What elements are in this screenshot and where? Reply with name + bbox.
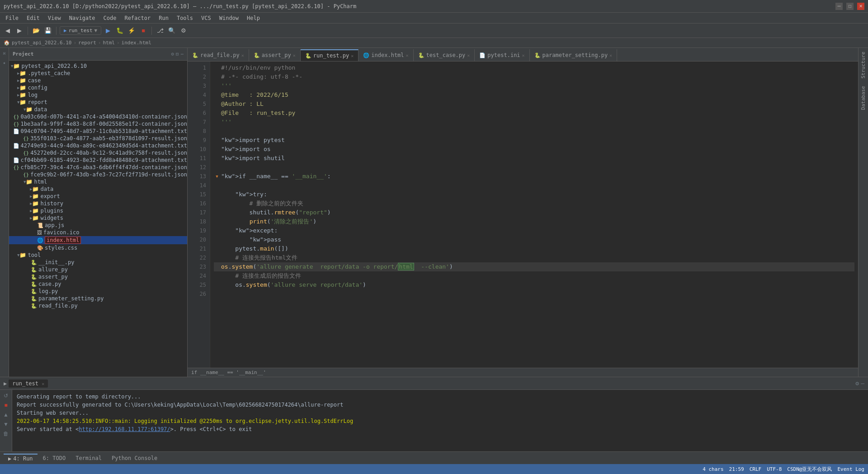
tree-file-fce9c9b2-06f7-43db-afe3-7c27cf2f719d-result-json[interactable]: {}fce9c9b2-06f7-43db-afe3-7c27cf2f719d-r… <box>9 171 187 178</box>
tree-file-read-file-py[interactable]: 🐍read_file.py <box>9 302 187 309</box>
menu-item-vcs[interactable]: VCS <box>198 14 215 22</box>
menu-item-help[interactable]: Help <box>243 14 264 22</box>
tab-close[interactable]: ✕ <box>609 53 612 58</box>
tree-file-log-py[interactable]: 🐍log.py <box>9 288 187 295</box>
menu-item-code[interactable]: Code <box>100 14 120 22</box>
menu-item-file[interactable]: File <box>2 14 22 22</box>
tab-close[interactable]: ✕ <box>241 53 244 58</box>
structure-icon[interactable]: ⌘ <box>1 50 8 57</box>
forward-button[interactable]: ▶ <box>14 26 24 36</box>
tree-dir-pytest-api-2022-6-10[interactable]: ▼ 📁pytest_api_2022.6.10 <box>9 62 187 70</box>
tree-file-app-js[interactable]: 📜app.js <box>9 222 187 229</box>
tree-file-45272e0d-22cc-40ab-9c12-9c41ad9c758f-result-json[interactable]: {}45272e0d-22cc-40ab-9c12-9c41ad9c758f-r… <box>9 149 187 156</box>
save-button[interactable]: 💾 <box>43 26 53 36</box>
tree-file---init---py[interactable]: 🐍__init__.py <box>9 259 187 266</box>
menu-item-edit[interactable]: Edit <box>23 14 43 22</box>
minimize-button[interactable]: ─ <box>835 3 843 10</box>
tree-file-355f0103-c2a0-4877-aab5-eb3f878d1097-result-json[interactable]: {}355f0103-c2a0-4877-aab5-eb3f878d1097-r… <box>9 135 187 142</box>
server-link[interactable]: http://192.168.11.177:61397/ <box>79 426 170 432</box>
tree-file-cfb85c77-39c4-47c6-aba3-6db6ff4f47dd-container-json[interactable]: {}cfb85c77-39c4-47c6-aba3-6db6ff4f47dd-c… <box>9 164 187 171</box>
tree-file-0a03c60d-d07b-4241-a7c4-a54004d3410d-container-json[interactable]: {}0a03c60d-d07b-4241-a7c4-a54004d3410d-c… <box>9 113 187 120</box>
tree-dir-tool[interactable]: ▼ 📁tool <box>9 251 187 259</box>
run-clear-button[interactable]: 🗑 <box>2 430 10 438</box>
git-button[interactable]: ⎇ <box>155 26 165 36</box>
stop-button[interactable]: ■ <box>138 26 148 36</box>
run-collapse-icon[interactable]: — <box>861 380 864 387</box>
debug-button[interactable]: 🐛 <box>115 26 125 36</box>
sidebar-more-icon[interactable]: ⋯ <box>180 51 184 57</box>
run-down-button[interactable]: ▼ <box>2 420 10 428</box>
code-content[interactable]: #!/usr/bin/env python# -*- coding: utf-8… <box>210 62 858 368</box>
menu-item-run[interactable]: Run <box>155 14 172 22</box>
menu-item-refactor[interactable]: Refactor <box>121 14 154 22</box>
tree-dir-case[interactable]: ▶ 📁case <box>9 77 187 84</box>
fold-arrow-icon[interactable]: ▼ <box>214 173 220 180</box>
breadcrumb-root[interactable]: pytest_api_2022.6.10 <box>12 40 71 46</box>
database-panel-label[interactable]: Database <box>859 82 868 114</box>
tab-assert-py[interactable]: 🐍assert_py✕ <box>249 49 301 61</box>
tree-file-094c0704-7495-48d7-a857-11c0ab5318a0-attachment-txt[interactable]: 📄094c0704-7495-48d7-a857-11c0ab5318a0-at… <box>9 128 187 135</box>
structure-panel-label[interactable]: Structure <box>859 48 868 82</box>
tree-dir-html[interactable]: ▼ 📁html <box>9 178 187 185</box>
tree-dir-log[interactable]: ▶ 📁log <box>9 91 187 99</box>
tree-dir-config[interactable]: ▶ 📁config <box>9 84 187 91</box>
tree-file-allure-py[interactable]: 🐍allure_py <box>9 266 187 273</box>
tab-parameter-setting-py[interactable]: 🐍parameter_setting.py✕ <box>530 49 618 61</box>
tab-close[interactable]: ✕ <box>522 53 525 58</box>
run-tab-close[interactable]: ✕ <box>42 381 44 386</box>
tab-pytest-ini[interactable]: 📄pytest.ini✕ <box>475 49 529 61</box>
tree-file-index-html[interactable]: 🌐index.html <box>9 236 187 244</box>
tree-file-assert-py[interactable]: 🐍assert_py <box>9 273 187 280</box>
tab-read-file-py[interactable]: 🐍read_file.py✕ <box>188 49 249 61</box>
tree-dir-export[interactable]: ▶ 📁export <box>9 193 187 200</box>
tree-dir-history[interactable]: ▶ 📁history <box>9 200 187 207</box>
run-settings-icon[interactable]: ⚙ <box>855 380 859 387</box>
coverage-button[interactable]: ⚡ <box>127 26 137 36</box>
tree-file-cf04bb69-6185-4923-8e32-fdd8a48488c9-attachment-txt[interactable]: 📄cf04bb69-6185-4923-8e32-fdd8a48488c9-at… <box>9 156 187 164</box>
run-up-button[interactable]: ▲ <box>2 411 10 419</box>
tree-dir--pytest-cache[interactable]: ▶ 📁.pytest_cache <box>9 70 187 77</box>
settings-button[interactable]: ⚙ <box>179 26 189 36</box>
bottom-tab-4--run[interactable]: ▶ 4: Run <box>4 454 38 463</box>
menu-item-view[interactable]: View <box>44 14 65 22</box>
tab-close[interactable]: ✕ <box>293 53 296 58</box>
bottom-tab-python-console[interactable]: Python Console <box>107 454 162 462</box>
tab-close[interactable]: ✕ <box>406 53 409 58</box>
close-button[interactable]: ✕ <box>857 3 864 10</box>
tree-file-favicon-ico[interactable]: 🖼favicon.ico <box>9 229 187 236</box>
status-event-log[interactable]: Event Log <box>837 466 864 472</box>
run-restart-button[interactable]: ↺ <box>2 392 10 400</box>
tree-dir-data[interactable]: ▼ 📁data <box>9 106 187 113</box>
tree-dir-plugins[interactable]: ▶ 📁plugins <box>9 207 187 214</box>
tab-run-test-py[interactable]: 🐍run_test.py✕ <box>301 49 359 61</box>
tree-file-case-py[interactable]: 🐍case.py <box>9 280 187 288</box>
breadcrumb-report[interactable]: report <box>78 40 96 46</box>
tab-test-case-py[interactable]: 🐍test_case.py✕ <box>414 49 475 61</box>
tree-file-styles-css[interactable]: 🎨styles.css <box>9 244 187 251</box>
sidebar-sync-icon[interactable]: ⚙ <box>171 51 174 57</box>
tree-file-parameter-setting-py[interactable]: 🐍parameter_setting.py <box>9 295 187 302</box>
search-button[interactable]: 🔍 <box>167 26 177 36</box>
tree-dir-report[interactable]: ▼ 📁report <box>9 99 187 106</box>
tab-close[interactable]: ✕ <box>351 53 354 58</box>
tree-dir-data[interactable]: ▶ 📁data <box>9 185 187 193</box>
bottom-tab-terminal[interactable]: Terminal <box>71 454 106 462</box>
sidebar-collapse-icon[interactable]: ⊟ <box>176 51 179 57</box>
menu-item-tools[interactable]: Tools <box>173 14 197 22</box>
run-button[interactable]: ▶ <box>103 26 113 36</box>
open-project-button[interactable]: 📂 <box>31 26 41 36</box>
menu-item-window[interactable]: Window <box>216 14 242 22</box>
tree-dir-widgets[interactable]: ▶ 📁widgets <box>9 214 187 222</box>
tree-file-42749e93-44c9-4d0a-a89c-e8462349d5d4-attachment-txt[interactable]: 📄42749e93-44c9-4d0a-a89c-e8462349d5d4-at… <box>9 142 187 149</box>
run-config-button[interactable]: ▶ run_test ▼ <box>60 26 101 35</box>
favorites-icon[interactable]: ★ <box>1 59 8 66</box>
tab-close[interactable]: ✕ <box>467 53 470 58</box>
tree-file-1be3aafa-9f9f-4e83-8c8f-00d25585e1f2-container-json[interactable]: {}1be3aafa-9f9f-4e83-8c8f-00d25585e1f2-c… <box>9 120 187 128</box>
tab-index-html[interactable]: 🌐index.html✕ <box>359 49 413 61</box>
breadcrumb-file[interactable]: index.html <box>122 40 151 46</box>
bottom-tab-6--todo[interactable]: 6: TODO <box>38 454 71 462</box>
run-tab-active[interactable]: run_test ✕ <box>9 379 48 388</box>
maximize-button[interactable]: □ <box>846 3 854 10</box>
breadcrumb-html[interactable]: html <box>103 40 115 46</box>
menu-item-navigate[interactable]: Navigate <box>66 14 99 22</box>
